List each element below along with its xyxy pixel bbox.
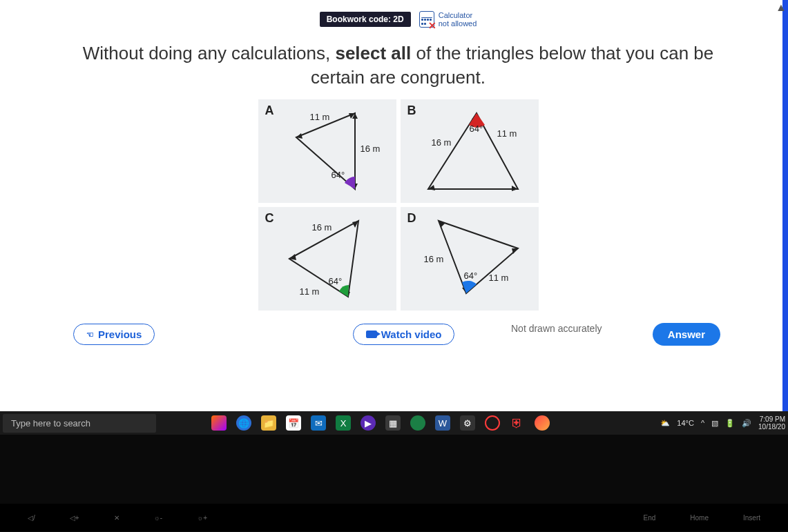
taskbar-icons: 🌐 📁 📅 ✉ X ▶ ▦ W ⚙ ⛨	[211, 415, 550, 431]
settings-icon[interactable]: ⚙	[460, 415, 475, 431]
content-area: Bookwork code: 2D ✕ Calculator not allow…	[0, 0, 788, 418]
tray-chevron-up-icon[interactable]: ^	[701, 419, 704, 427]
key-mute: ✕	[114, 514, 119, 522]
browser-icon[interactable]: 🌐	[236, 415, 251, 431]
tri-a-side2: 16 m	[361, 144, 381, 154]
volume-icon[interactable]: 🔊	[742, 419, 751, 428]
tray-clock[interactable]: 7:09 PM 10/18/20	[758, 415, 785, 431]
network-icon[interactable]: ▧	[711, 419, 718, 428]
weather-icon[interactable]: ⛅	[660, 419, 670, 428]
bookwork-badge: Bookwork code: 2D	[320, 12, 411, 27]
key-insert: Insert	[743, 514, 760, 522]
calc-line1: Calculator	[439, 11, 477, 19]
opera-icon[interactable]	[485, 415, 500, 431]
key-bright-down: ☼-	[154, 514, 163, 522]
key-end: End	[644, 514, 656, 522]
file-explorer-icon[interactable]: 📁	[261, 415, 276, 431]
battery-icon[interactable]: 🔋	[725, 419, 735, 428]
app-icon-1[interactable]: ▦	[385, 415, 401, 431]
question-text: Without doing any calculations, select a…	[76, 41, 720, 90]
chrome-icon[interactable]	[535, 415, 550, 431]
previous-label: Previous	[98, 328, 142, 340]
tri-b-side2: 11 m	[497, 128, 517, 139]
tri-a-angle: 64°	[331, 170, 345, 180]
previous-button[interactable]: ☜ Previous	[73, 324, 155, 345]
calendar-icon[interactable]: 📅	[286, 415, 301, 431]
tri-c-angle: 64°	[329, 276, 343, 286]
media-icon[interactable]: ▶	[361, 415, 376, 431]
scroll-up-icon[interactable]: ▲	[776, 1, 782, 8]
svg-marker-0	[296, 113, 355, 189]
question-part1: Without doing any calculations,	[83, 43, 336, 63]
tri-c-side1: 16 m	[312, 222, 332, 233]
accuracy-note: Not drawn accurately	[511, 323, 602, 334]
question-bold: select all	[335, 43, 411, 63]
video-icon	[366, 331, 377, 338]
tri-d-side2: 11 m	[489, 273, 509, 283]
keyboard-strip: ◁/ ◁+ ✕ ☼- ☼+ End Home Insert	[0, 504, 788, 531]
calculator-not-allowed: ✕ Calculator not allowed	[419, 11, 477, 28]
tri-c-side2: 11 m	[300, 286, 320, 297]
tri-b-side1: 16 m	[432, 137, 452, 148]
tri-d-side1: 16 m	[424, 254, 444, 264]
taskbar: Type here to search 🌐 📁 📅 ✉ X ▶ ▦ W ⚙ ⛨ …	[0, 411, 788, 435]
excel-icon[interactable]: X	[336, 415, 351, 431]
answer-button[interactable]: Answer	[653, 323, 720, 346]
app-icon-2[interactable]	[410, 415, 425, 431]
calculator-crossed-icon: ✕	[419, 11, 434, 28]
copilot-icon[interactable]	[211, 415, 227, 431]
triangle-option-d[interactable]: D 16 m 11 m 64°	[401, 207, 539, 311]
header-strip: Bookwork code: 2D ✕ Calculator not allow…	[48, 10, 748, 29]
triangle-option-b[interactable]: B 16 m 11 m 64°	[401, 99, 539, 203]
tray-date: 10/18/20	[758, 423, 785, 431]
security-icon[interactable]: ⛨	[510, 415, 525, 431]
calc-line2: not allowed	[439, 19, 477, 28]
word-icon[interactable]: W	[435, 415, 450, 431]
tray-time: 7:09 PM	[758, 415, 785, 423]
weather-temp: 14°C	[677, 419, 694, 427]
triangle-option-a[interactable]: A 11 m 16 m 64°	[258, 99, 396, 203]
key-vol-down: ◁/	[28, 514, 35, 522]
key-vol-up: ◁+	[70, 514, 79, 522]
watch-label: Watch video	[381, 328, 442, 340]
app-screen: Bookwork code: 2D ✕ Calculator not allow…	[0, 0, 788, 431]
tri-b-angle: 64°	[470, 124, 483, 134]
key-bright-up: ☼+	[197, 514, 207, 522]
footer-bar: ☜ Previous Watch video Answer	[48, 316, 748, 348]
key-home: Home	[690, 514, 709, 522]
system-tray: ⛅ 14°C ^ ▧ 🔋 🔊 7:09 PM 10/18/20	[660, 415, 785, 431]
triangles-grid: A 11 m 16 m 64° B	[48, 99, 748, 311]
tri-d-angle: 64°	[464, 270, 478, 281]
watch-video-button[interactable]: Watch video	[353, 324, 455, 345]
tri-a-side1: 11 m	[310, 112, 330, 122]
triangle-option-c[interactable]: C 16 m 11 m 64°	[258, 207, 396, 311]
pointer-icon: ☜	[86, 330, 94, 339]
mail-icon[interactable]: ✉	[311, 415, 326, 431]
answer-label: Answer	[668, 328, 705, 340]
taskbar-search[interactable]: Type here to search	[3, 414, 156, 433]
